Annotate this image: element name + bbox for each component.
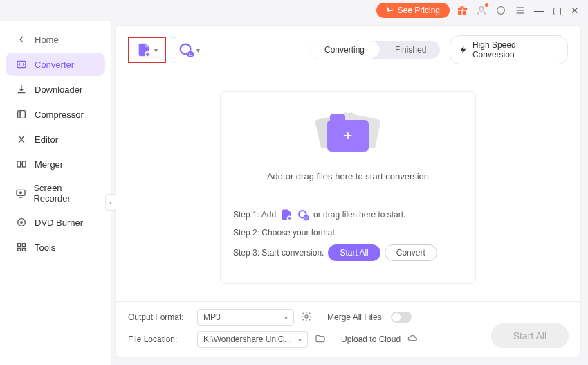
step-2: Step 2: Choose your format. [233,228,463,238]
sidebar-item-label: Downloader [35,84,82,95]
sidebar-item-dvd-burner[interactable]: DVD Burner [6,211,105,234]
sidebar-item-downloader[interactable]: Downloader [6,78,105,101]
file-location-value: K:\Wondershare UniConverter 1 [203,335,293,344]
folder-plus-icon: + [327,120,369,152]
svg-point-0 [479,7,483,10]
user-icon[interactable] [475,3,488,17]
svg-point-7 [20,192,22,194]
start-all-pill[interactable]: Start All [328,244,380,261]
upload-cloud-label: Upload to Cloud [341,335,401,344]
svg-point-8 [18,219,26,226]
high-speed-button[interactable]: High Speed Conversion [450,35,568,64]
sidebar-item-tools[interactable]: Tools [6,235,105,259]
close-button[interactable]: ✕ [569,5,581,16]
step-3: Step 3: Start conversion. Start All Conv… [233,244,463,261]
sidebar-item-converter[interactable]: Converter [6,53,105,76]
lightning-icon [459,45,468,55]
merger-icon [15,158,28,170]
file-location-label: File Location: [128,335,190,344]
convert-pill[interactable]: Convert [385,244,437,261]
sidebar-item-label: Screen Recorder [33,183,95,204]
start-all-button[interactable]: Start All [491,323,569,348]
cloud-icon[interactable] [407,333,419,346]
gift-icon[interactable] [455,3,469,17]
svg-rect-12 [18,248,21,251]
svg-rect-11 [22,244,25,247]
sidebar-item-label: Editor [35,134,58,145]
svg-rect-4 [17,161,21,167]
chevron-left-icon [15,33,28,46]
chevron-down-icon: ▾ [284,314,288,321]
output-format-select[interactable]: MP3 ▾ [197,309,294,326]
add-file-button[interactable]: ▾ [128,37,166,63]
menu-icon[interactable] [513,3,527,17]
main-panel: ▾ ▾ Converting Finished High Speed Conve… [115,25,581,358]
minimize-button[interactable]: — [533,5,545,16]
output-format-label: Output Format: [128,312,190,322]
add-url-button[interactable]: ▾ [176,39,203,60]
pricing-label: See Pricing [398,6,440,15]
sidebar-item-label: Tools [35,242,55,253]
sidebar-item-label: Compressor [35,109,84,120]
drop-text: Add or drag files here to start conversi… [233,171,463,181]
svg-point-20 [305,315,308,318]
maximize-button[interactable]: ▢ [551,5,563,16]
add-file-icon [280,208,293,221]
merge-label: Merge All Files: [327,312,384,322]
add-url-icon [178,42,194,57]
sidebar-item-editor[interactable]: Editor [6,127,105,151]
drop-card[interactable]: + Add or drag files here to start conver… [220,91,476,284]
sidebar-item-label: Merger [35,159,63,170]
sidebar-item-compressor[interactable]: Compressor [6,103,105,126]
tab-finished[interactable]: Finished [380,41,440,59]
compressor-icon [15,108,28,121]
cart-icon [386,6,394,15]
svg-point-9 [21,222,23,224]
chevron-down-icon: ▾ [298,336,302,344]
svg-rect-13 [22,248,25,251]
editor-icon [15,133,28,145]
recorder-icon [15,187,26,199]
see-pricing-button[interactable]: See Pricing [376,3,450,18]
tab-group: Converting Finished [309,41,440,59]
support-icon[interactable] [494,3,508,17]
sidebar-item-screen-recorder[interactable]: Screen Recorder [6,177,105,209]
sidebar: Home Converter Downloader Compressor Edi… [0,21,111,365]
tab-converting[interactable]: Converting [309,41,380,59]
sidebar-item-label: Converter [35,60,74,70]
svg-rect-5 [22,161,26,167]
sidebar-item-label: DVD Burner [35,217,83,228]
chevron-down-icon: ▾ [154,46,158,54]
speed-label: High Speed Conversion [472,40,559,60]
tools-icon [15,241,28,253]
dvd-icon [15,216,28,229]
output-format-value: MP3 [203,312,221,322]
settings-icon[interactable] [301,311,312,324]
downloader-icon [15,83,28,96]
svg-point-1 [497,7,505,15]
chevron-down-icon: ▾ [196,46,200,54]
open-folder-icon[interactable] [315,333,326,346]
nav-back-label: Home [35,35,59,45]
add-file-icon [136,42,151,57]
merge-toggle[interactable] [391,312,412,323]
converter-icon [15,58,28,71]
sidebar-collapse-handle[interactable]: ‹ [105,194,116,211]
file-location-select[interactable]: K:\Wondershare UniConverter 1 ▾ [197,331,308,348]
step-1: Step 1: Add or drag files here to start. [233,208,463,221]
nav-back-home[interactable]: Home [6,28,105,51]
svg-rect-10 [18,244,21,247]
add-url-icon [297,208,309,221]
drop-graphic: + [233,107,463,163]
sidebar-item-merger[interactable]: Merger [6,152,105,176]
notification-dot [485,3,488,7]
